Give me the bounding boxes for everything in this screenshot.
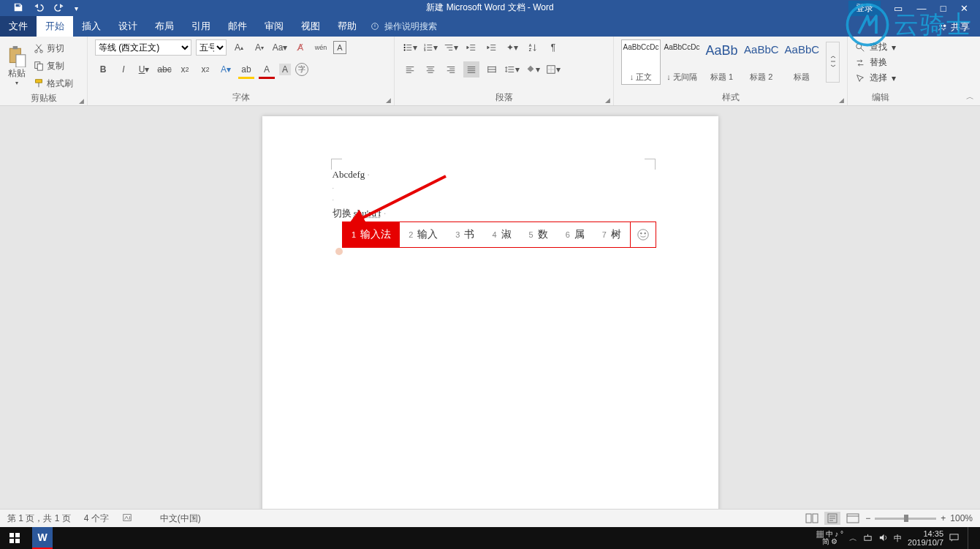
ime-candidate-1[interactable]: 1输入法 — [343, 222, 400, 247]
grow-font-icon[interactable]: A▴ — [231, 39, 247, 56]
format-painter-button[interactable]: 格式刷 — [31, 76, 76, 91]
distributed-icon[interactable] — [484, 61, 500, 77]
close-icon[interactable]: ✕ — [954, 3, 974, 14]
ime-candidate-2[interactable]: 2输入 — [400, 222, 447, 247]
numbering-icon[interactable]: 123▾ — [422, 39, 438, 56]
ribbon-display-icon[interactable]: ▭ — [888, 3, 908, 14]
font-size-select[interactable]: 五号 — [196, 39, 227, 56]
tab-mailings[interactable]: 邮件 — [219, 16, 256, 37]
tab-view[interactable]: 视图 — [292, 16, 329, 37]
bold-button[interactable]: B — [95, 61, 111, 77]
highlight-icon[interactable]: ab — [238, 61, 254, 77]
doc-line-blank1[interactable]: · — [333, 183, 648, 194]
doc-line-1[interactable]: Abcdefg · — [333, 167, 648, 183]
superscript-button[interactable]: x2 — [197, 61, 213, 77]
ime-candidate-7[interactable]: 7树 — [593, 222, 630, 247]
launcher-styles[interactable]: ◢ — [839, 96, 844, 104]
tab-help[interactable]: 帮助 — [329, 16, 365, 37]
tray-clock[interactable]: 14:35 2019/10/7 — [908, 529, 943, 547]
redo-icon[interactable] — [54, 2, 64, 15]
change-case-icon[interactable]: Aa▾ — [272, 39, 288, 56]
enclose-char-icon[interactable]: 字 — [295, 63, 308, 76]
subscript-button[interactable]: x2 — [177, 61, 193, 77]
view-print-icon[interactable] — [824, 512, 840, 525]
char-border-icon[interactable]: A — [333, 41, 346, 54]
share-button[interactable]: 共享 — [938, 20, 970, 34]
align-right-icon[interactable] — [443, 61, 459, 77]
font-name-select[interactable]: 等线 (西文正文) — [95, 39, 191, 56]
asian-layout-icon[interactable]: ✦▾ — [504, 39, 520, 56]
status-words[interactable]: 4 个字 — [84, 512, 109, 525]
increase-indent-icon[interactable] — [484, 39, 500, 56]
show-desktop[interactable] — [968, 527, 973, 549]
char-shading-icon[interactable]: A — [279, 64, 291, 75]
strike-button[interactable]: abc — [156, 61, 172, 77]
ime-candidate-5[interactable]: 5数 — [520, 222, 557, 247]
shading-icon[interactable]: ▾ — [525, 61, 541, 77]
tab-design[interactable]: 设计 — [110, 16, 146, 37]
style-heading2[interactable]: AaBbC标题 2 — [742, 39, 781, 85]
decrease-indent-icon[interactable] — [463, 39, 479, 56]
save-icon[interactable] — [13, 2, 23, 15]
replace-button[interactable]: 替换 — [855, 55, 906, 70]
login-button[interactable]: 登录 — [848, 1, 881, 16]
start-button[interactable] — [0, 532, 29, 544]
view-read-icon[interactable] — [804, 512, 820, 525]
ime-candidate-3[interactable]: 3书 — [447, 222, 483, 247]
text-effects-icon[interactable]: A▾ — [218, 61, 234, 77]
zoom-out-icon[interactable]: − — [865, 513, 870, 523]
taskbar-app-word[interactable]: W — [32, 527, 53, 549]
tab-layout[interactable]: 布局 — [146, 16, 183, 37]
style-title[interactable]: AaBbC标题 — [783, 39, 822, 85]
status-page[interactable]: 第 1 页，共 1 页 — [7, 512, 71, 525]
collapse-ribbon-icon[interactable]: ︿ — [966, 91, 974, 102]
qat-more-icon[interactable]: ▾ — [75, 4, 78, 12]
styles-more-icon[interactable] — [826, 42, 840, 83]
zoom-percent[interactable]: 100% — [950, 513, 973, 523]
page[interactable]: Abcdefg · · · 切换 shu'ru'f · — [262, 116, 718, 509]
tray-volume-icon[interactable] — [878, 533, 888, 544]
status-proofing-icon[interactable] — [122, 512, 132, 525]
doc-line-blank2[interactable]: · — [333, 194, 648, 206]
tray-ime-state[interactable]: ▦ 中 ♪ ° 简 ⚙ — [816, 531, 843, 545]
copy-button[interactable]: 复制 — [31, 58, 76, 74]
zoom-slider[interactable] — [875, 518, 936, 520]
ime-candidate-6[interactable]: 6属 — [557, 222, 593, 247]
tell-me-search[interactable]: 操作说明搜索 — [370, 16, 437, 37]
status-language[interactable]: 中文(中国) — [160, 512, 201, 525]
clear-format-icon[interactable]: A̸ — [292, 39, 308, 56]
cut-button[interactable]: 剪切 — [31, 41, 76, 56]
paste-button[interactable]: 粘贴 ▾ — [7, 39, 26, 92]
doc-line-2[interactable]: 切换 shu'ru'f · — [333, 206, 648, 222]
borders-icon[interactable]: ▾ — [545, 61, 561, 77]
ime-emoji-button[interactable] — [630, 222, 656, 247]
font-color-icon[interactable]: A — [259, 61, 275, 77]
tray-network-icon[interactable] — [863, 533, 873, 544]
find-button[interactable]: 查找 ▾ — [855, 39, 906, 55]
launcher-paragraph[interactable]: ◢ — [605, 96, 610, 104]
zoom-in-icon[interactable]: + — [941, 513, 946, 523]
tab-file[interactable]: 文件 — [0, 16, 37, 37]
tab-references[interactable]: 引用 — [183, 16, 219, 37]
align-left-icon[interactable] — [402, 61, 418, 77]
maximize-icon[interactable]: □ — [935, 3, 952, 14]
style-normal[interactable]: AaBbCcDc↓ 正文 — [621, 39, 661, 85]
style-heading1[interactable]: AaBb标题 1 — [703, 39, 740, 85]
launcher-font[interactable]: ◢ — [386, 96, 391, 104]
ime-candidate-4[interactable]: 4淑 — [483, 222, 520, 247]
tray-chevron-up-icon[interactable]: ︿ — [849, 533, 857, 544]
style-nospace[interactable]: AaBbCcDc↓ 无间隔 — [662, 39, 702, 85]
sort-icon[interactable]: AZ — [525, 39, 541, 56]
phonetic-guide-icon[interactable]: wén — [313, 39, 329, 56]
bullets-icon[interactable]: ▾ — [402, 39, 418, 56]
shrink-font-icon[interactable]: A▾ — [251, 39, 267, 56]
tray-action-center-icon[interactable] — [949, 533, 959, 544]
align-justify-icon[interactable] — [463, 61, 479, 77]
multilevel-icon[interactable]: ▾ — [443, 39, 459, 56]
view-web-icon[interactable] — [845, 512, 861, 525]
italic-button[interactable]: I — [115, 61, 132, 77]
select-button[interactable]: 选择 ▾ — [855, 70, 906, 86]
undo-icon[interactable] — [34, 2, 44, 15]
tab-insert[interactable]: 插入 — [73, 16, 110, 37]
tray-ime-lang[interactable]: 中 — [894, 533, 902, 544]
